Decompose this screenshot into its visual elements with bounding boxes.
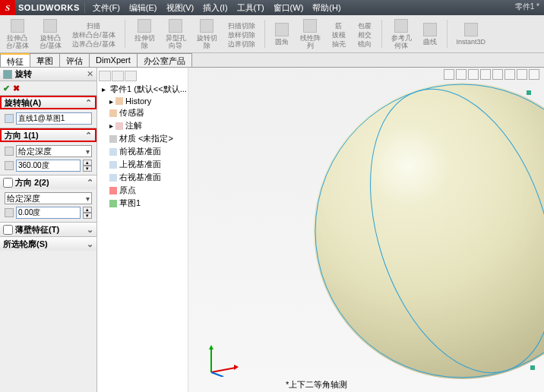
main-menu: 文件(F) 编辑(E) 视图(V) 插入(I) 工具(T) 窗口(W) 帮助(H…	[90, 2, 341, 14]
view-prev[interactable]	[468, 69, 479, 80]
menu-edit[interactable]: 编辑(E)	[129, 2, 157, 14]
section-dir1-header[interactable]: 方向 1(1)⌃	[0, 128, 96, 142]
tab-dimxpert[interactable]: DimXpert	[89, 53, 138, 67]
status-orientation: *上下二等角轴测	[286, 379, 347, 390]
cmd-curves[interactable]: 曲线	[419, 17, 441, 51]
angle2-icon	[5, 208, 14, 217]
dir1-angle-spinner[interactable]: ▴▾	[83, 160, 92, 172]
graphics-viewport[interactable]: *上下二等角轴测	[188, 68, 544, 392]
cmd-extrude-cut[interactable]: 拉伸切 除	[131, 17, 158, 51]
section-dir2-header[interactable]: 方向 2(2)⌃	[0, 175, 96, 189]
handle-top[interactable]	[527, 90, 531, 95]
cmd-linear-pattern[interactable]: 线性阵 列	[297, 17, 324, 51]
cmd-extrude-boss[interactable]: 拉伸凸 台/基体	[3, 17, 32, 51]
ok-button[interactable]: ✔	[3, 84, 10, 93]
tree-material[interactable]: 材质 <未指定>	[99, 132, 186, 145]
view-scene[interactable]	[517, 69, 527, 80]
tree-sensors[interactable]: 传感器	[99, 106, 186, 119]
tree-root[interactable]: ▸零件1 (默认<<默认...	[99, 83, 186, 96]
dir2-checkbox[interactable]	[3, 178, 13, 188]
svg-marker-5	[234, 365, 239, 370]
model-sphere	[314, 83, 544, 379]
svg-marker-3	[209, 345, 213, 349]
view-appearance[interactable]	[529, 69, 539, 80]
cmd-revolve-boss[interactable]: 旋转凸 台/基体	[36, 17, 65, 51]
dir2-angle-input[interactable]	[16, 207, 81, 219]
document-title: 零件1 *	[515, 2, 539, 12]
view-toolbar	[444, 69, 539, 80]
cmd-cut-group[interactable]: 扫描切除放样切除边界切除	[225, 17, 258, 51]
axis-icon	[5, 114, 14, 123]
tab-office[interactable]: 办公室产品	[137, 53, 192, 67]
cmd-hole-wizard[interactable]: 异型孔 向导	[163, 17, 189, 51]
axis-input[interactable]	[16, 112, 92, 125]
dir1-type-select[interactable]: 给定深度	[16, 145, 92, 157]
dir1-angle-input[interactable]	[16, 160, 81, 172]
menu-help[interactable]: 帮助(H)	[312, 2, 340, 14]
angle-icon	[5, 161, 14, 170]
svg-line-4	[211, 368, 236, 372]
section-selcontour-header[interactable]: 所选轮廓(S)⌄	[0, 237, 96, 251]
tree-tab-display[interactable]	[125, 71, 137, 81]
app-logo: S	[0, 0, 15, 15]
view-orient[interactable]	[492, 69, 503, 80]
svg-line-6	[211, 372, 223, 377]
menu-file[interactable]: 文件(F)	[93, 2, 120, 14]
tab-evaluate[interactable]: 评估	[59, 53, 90, 67]
cancel-button[interactable]: ✖	[13, 84, 20, 93]
tab-features[interactable]: 特征	[0, 53, 30, 67]
section-thin-header[interactable]: 薄壁特征(T)⌄	[0, 223, 96, 236]
dir2-angle-spinner[interactable]: ▴▾	[83, 207, 92, 219]
property-manager: 旋转 ✕ ✔ ✖ 旋转轴(A)⌃ 方向 1(1)⌃	[0, 68, 97, 392]
cmd-instant3d[interactable]: Instant3D	[454, 17, 489, 51]
handle-bottom[interactable]	[530, 365, 535, 370]
tree-annotations[interactable]: ▸注解	[99, 119, 186, 132]
cmd-mod-group2[interactable]: 包覆相交镜向	[354, 17, 375, 51]
pm-title: 旋转	[15, 68, 32, 80]
tree-origin[interactable]: 原点	[99, 184, 186, 197]
section-axis-header[interactable]: 旋转轴(A)⌃	[0, 96, 96, 109]
title-bar: S SOLIDWORKS 文件(F) 编辑(E) 视图(V) 插入(I) 工具(…	[0, 0, 544, 15]
tree-tab-feature[interactable]	[99, 71, 111, 81]
cmd-fillet[interactable]: 圆角	[271, 17, 293, 51]
revolve-icon	[3, 70, 12, 79]
menu-window[interactable]: 窗口(W)	[274, 2, 304, 14]
menu-insert[interactable]: 插入(I)	[203, 2, 227, 14]
command-tabs: 特征 草图 评估 DimXpert 办公室产品	[0, 53, 544, 68]
tree-front-plane[interactable]: 前视基准面	[99, 145, 186, 158]
view-zoom-fit[interactable]	[444, 69, 454, 80]
tree-top-plane[interactable]: 上视基准面	[99, 158, 186, 171]
view-section[interactable]	[480, 69, 491, 80]
cmd-ref-geometry[interactable]: 参考几 何体	[388, 17, 415, 51]
tree-history[interactable]: ▸History	[99, 96, 186, 106]
cmd-sweep[interactable]: 扫描放样凸台/基体边界凸台/基体	[69, 17, 119, 51]
orientation-triad	[204, 342, 239, 377]
thin-checkbox[interactable]	[3, 225, 13, 235]
cmd-revolve-cut[interactable]: 旋转切 除	[194, 17, 220, 51]
menu-tools[interactable]: 工具(T)	[237, 2, 264, 14]
tree-sketch1[interactable]: 草图1	[99, 197, 186, 210]
view-display[interactable]	[504, 69, 515, 80]
ribbon-toolbar: 拉伸凸 台/基体 旋转凸 台/基体 扫描放样凸台/基体边界凸台/基体 拉伸切 除…	[0, 15, 544, 53]
menu-view[interactable]: 视图(V)	[166, 2, 195, 14]
view-zoom-area[interactable]	[456, 69, 467, 80]
reverse-icon[interactable]	[5, 147, 14, 156]
feature-tree-panel: ▸零件1 (默认<<默认... ▸History 传感器 ▸注解 材质 <未指定…	[97, 68, 188, 392]
pm-pin-icon[interactable]: ✕	[87, 69, 93, 79]
cmd-mod-group[interactable]: 筋拔模抽壳	[328, 17, 349, 51]
dir2-type-select[interactable]: 给定深度	[5, 192, 92, 204]
tree-right-plane[interactable]: 右视基准面	[99, 171, 186, 184]
tab-sketch[interactable]: 草图	[30, 53, 60, 67]
tree-tab-config[interactable]	[112, 71, 124, 81]
app-brand: SOLIDWORKS	[18, 3, 80, 12]
